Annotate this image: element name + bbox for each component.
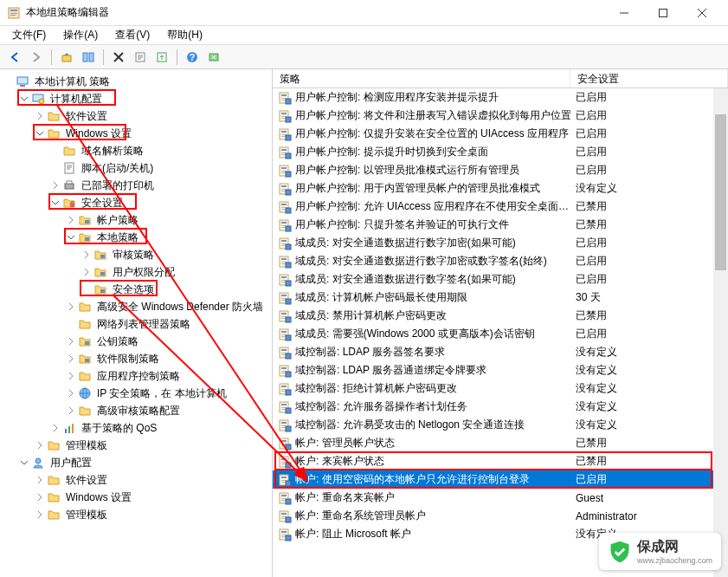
expander-icon[interactable] [66,336,76,347]
list-row[interactable]: 帐户: 重命名系统管理员帐户Administrator [273,507,728,525]
expander-icon[interactable] [50,146,61,156]
expander-icon[interactable] [35,128,45,139]
svg-rect-122 [281,373,286,373]
list-pane[interactable]: 策略 安全设置 用户帐户控制: 检测应用程序安装并提示提升已启用用户帐户控制: … [273,69,728,577]
list-row[interactable]: 帐户: 管理员帐户状态已禁用 [273,434,728,452]
expander-icon[interactable] [81,267,92,277]
tree-item[interactable]: 基于策略的 QoS [0,419,272,437]
tree-item[interactable]: 本地策略 [0,229,272,246]
tree-item[interactable]: 软件设置 [0,471,272,489]
expander-icon[interactable] [66,371,76,381]
expander-icon[interactable] [81,250,92,260]
expander-icon[interactable] [66,319,76,329]
list-row[interactable]: 用户帐户控制: 将文件和注册表写入错误虚拟化到每用户位置已启用 [273,107,728,125]
maximize-button[interactable] [643,0,682,26]
tree-item[interactable]: 本地计算机 策略 [0,73,272,90]
expander-icon[interactable] [50,163,61,173]
expander-icon[interactable] [3,76,14,87]
minimize-button[interactable] [604,0,643,26]
scrollbar[interactable] [713,88,728,577]
list-row[interactable]: 域控制器: LDAP 服务器签名要求没有定义 [273,343,728,361]
list-row[interactable]: 域成员: 对安全通道数据进行数字签名(如果可能)已启用 [273,270,728,288]
tree-item[interactable]: 审核策略 [0,246,272,263]
list-row[interactable]: 域成员: 对安全通道数据进行数字加密(如果可能)已启用 [273,234,728,252]
list-row[interactable]: 用户帐户控制: 以管理员批准模式运行所有管理员已启用 [273,161,728,179]
scrollthumb[interactable] [715,114,726,270]
expander-icon[interactable] [35,440,45,451]
tree-item[interactable]: Windows 设置 [0,489,272,506]
tree-item[interactable]: 安全设置 [0,194,272,211]
list-row[interactable]: 域控制器: LDAP 服务器通道绑定令牌要求没有定义 [273,361,728,379]
list-row[interactable]: 帐户: 使用空密码的本地帐户只允许进行控制台登录已启用 [273,470,728,489]
list-row[interactable]: 域成员: 禁用计算机帐户密码更改已禁用 [273,307,728,325]
expander-icon[interactable] [66,388,76,399]
tree-item[interactable]: 网络列表管理器策略 [0,315,272,333]
tree-item[interactable]: 计算机配置 [0,90,272,107]
export-button[interactable] [152,48,171,67]
tree-pane[interactable]: 本地计算机 策略计算机配置软件设置Windows 设置域名解析策略脚本(启动/关… [0,69,273,577]
list-row[interactable]: 域成员: 计算机帐户密码最长使用期限30 天 [273,288,728,307]
menu-help[interactable]: 帮助(H) [162,26,208,44]
up-button[interactable] [57,48,76,67]
tree-item[interactable]: 用户权限分配 [0,263,272,281]
filter-button[interactable] [204,48,223,67]
tree-item[interactable]: 应用程序控制策略 [0,367,272,385]
list-row[interactable]: 用户帐户控制: 检测应用程序安装并提示提升已启用 [273,88,728,107]
expander-icon[interactable] [66,405,76,416]
list-row[interactable]: 域控制器: 拒绝计算机帐户密码更改没有定义 [273,379,728,398]
tree-item[interactable]: 用户配置 [0,454,272,471]
expander-icon[interactable] [35,475,45,485]
properties-button[interactable] [131,48,150,67]
list-row[interactable]: 帐户: 来宾帐户状态已禁用 [273,452,728,470]
tree-item[interactable]: 安全选项 [0,281,272,298]
col-setting[interactable]: 安全设置 [570,69,728,88]
forward-button[interactable] [27,48,46,67]
list-row[interactable]: 域控制器: 允许服务器操作者计划任务没有定义 [273,398,728,416]
list-row[interactable]: 域控制器: 允许易受攻击的 Netlogon 安全通道连接没有定义 [273,416,728,434]
tree-item[interactable]: 高级安全 Windows Defender 防火墙 [0,298,272,315]
list-row[interactable]: 用户帐户控制: 允许 UIAccess 应用程序在不使用安全桌面…已禁用 [273,198,728,216]
tree-item[interactable]: 软件限制策略 [0,350,272,367]
expander-icon[interactable] [19,457,29,468]
back-button[interactable] [5,48,24,67]
expander-icon[interactable] [19,94,29,104]
menu-action[interactable]: 操作(A) [58,26,103,44]
svg-rect-72 [281,191,286,191]
list-row[interactable]: 用户帐户控制: 提示提升时切换到安全桌面已启用 [273,143,728,161]
expander-icon[interactable] [50,180,61,191]
expander-icon[interactable] [50,198,61,208]
tree-item[interactable]: IP 安全策略，在 本地计算机 [0,385,272,402]
expander-icon[interactable] [66,301,76,312]
tree-item[interactable]: 已部署的打印机 [0,177,272,194]
list-row[interactable]: 用户帐户控制: 仅提升安装在安全位置的 UIAccess 应用程序已启用 [273,125,728,143]
expander-icon[interactable] [66,353,76,364]
expander-icon[interactable] [35,492,45,502]
tree-item[interactable]: Windows 设置 [0,125,272,142]
tree-item[interactable]: 脚本(启动/关机) [0,159,272,177]
delete-button[interactable] [109,48,128,67]
tree-item[interactable]: 帐户策略 [0,211,272,229]
expander-icon[interactable] [81,284,92,295]
list-row[interactable]: 用户帐户控制: 用于内置管理员帐户的管理员批准模式没有定义 [273,179,728,198]
menu-view[interactable]: 查看(V) [110,26,155,44]
tree-item[interactable]: 公钥策略 [0,333,272,350]
col-policy[interactable]: 策略 [273,69,570,88]
expander-icon[interactable] [50,423,61,433]
list-row[interactable]: 域成员: 对安全通道数据进行数字加密或数字签名(始终)已启用 [273,252,728,270]
expander-icon[interactable] [35,509,45,520]
tree-item[interactable]: 管理模板 [0,437,272,454]
tree-item[interactable]: 域名解析策略 [0,142,272,159]
help-button[interactable]: ? [183,48,202,67]
list-row[interactable]: 帐户: 重命名来宾帐户Guest [273,489,728,507]
expander-icon[interactable] [66,215,76,225]
list-row[interactable]: 用户帐户控制: 只提升签名并验证的可执行文件已禁用 [273,216,728,234]
close-button[interactable] [682,0,721,26]
tree-item[interactable]: 高级审核策略配置 [0,402,272,419]
expander-icon[interactable] [66,232,76,243]
tree-item[interactable]: 软件设置 [0,107,272,125]
menu-file[interactable]: 文件(F) [7,26,51,44]
show-hide-button[interactable] [79,48,98,67]
list-row[interactable]: 域成员: 需要强(Windows 2000 或更高版本)会话密钥已启用 [273,325,728,343]
tree-item[interactable]: 管理模板 [0,506,272,523]
expander-icon[interactable] [35,111,45,121]
